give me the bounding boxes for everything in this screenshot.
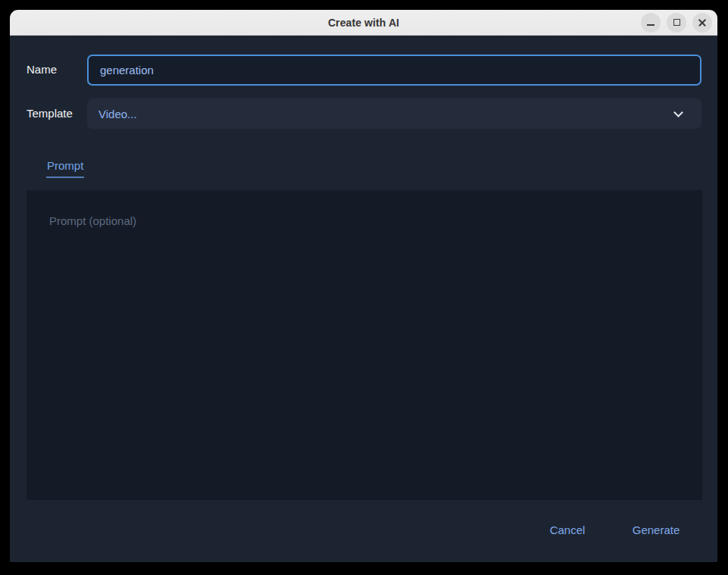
dialog-body: Name Template Video... Prompt Cancel Gen… [10, 36, 717, 562]
titlebar[interactable]: Create with AI [10, 10, 717, 36]
name-input[interactable] [87, 55, 701, 86]
close-button[interactable] [692, 13, 712, 33]
name-label: Name [27, 62, 57, 77]
template-selected-value: Video... [98, 108, 137, 120]
create-with-ai-dialog: Create with AI Name Template Video... [10, 10, 717, 562]
template-dropdown[interactable]: Video... [87, 98, 701, 129]
maximize-button[interactable] [667, 13, 686, 33]
maximize-icon [673, 19, 680, 26]
screen: Create with AI Name Template Video... [0, 0, 728, 575]
generate-button[interactable]: Generate [621, 516, 691, 543]
tab-prompt[interactable]: Prompt [46, 159, 84, 178]
window-controls [641, 10, 712, 35]
cancel-button[interactable]: Cancel [540, 516, 595, 543]
minimize-button[interactable] [641, 13, 661, 33]
chevron-down-icon [673, 108, 683, 117]
prompt-textarea[interactable] [27, 190, 702, 500]
window-title: Create with AI [328, 17, 399, 29]
close-icon [698, 18, 707, 27]
minimize-icon [647, 24, 655, 26]
template-label: Template [27, 106, 73, 121]
